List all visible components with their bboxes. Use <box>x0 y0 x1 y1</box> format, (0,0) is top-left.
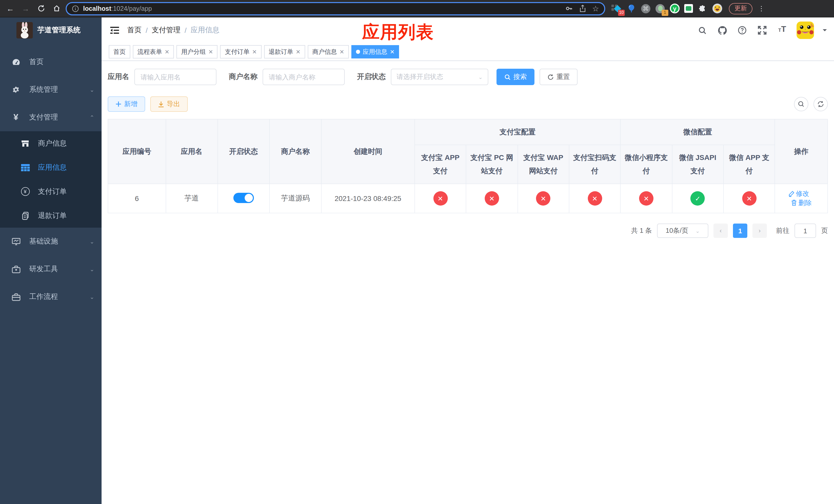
sidebar-item-app-info[interactable]: 应用信息 <box>0 155 102 180</box>
extensions-puzzle-icon[interactable] <box>698 3 708 14</box>
site-info-icon[interactable] <box>72 5 79 12</box>
close-icon[interactable]: ✕ <box>208 48 213 55</box>
breadcrumb: 首页 / 支付管理 / 应用信息 <box>127 26 220 35</box>
merchant-name-label: 商户名称 <box>229 72 258 82</box>
user-avatar[interactable] <box>796 22 814 39</box>
storefront-icon <box>20 139 31 147</box>
status-label: 开启状态 <box>357 72 386 82</box>
sidebar-item-label: 首页 <box>29 58 94 67</box>
profile-avatar-icon[interactable] <box>712 4 722 13</box>
ext-sidebar-icon[interactable]: 10 <box>611 3 622 14</box>
refresh-table-button[interactable] <box>813 97 828 111</box>
breadcrumb-current: 应用信息 <box>191 26 220 35</box>
tab-pay-order[interactable]: 支付订单✕ <box>220 45 261 59</box>
merchant-name-input[interactable] <box>263 69 345 85</box>
table-group-header-row: 应用编号 应用名 开启状态 商户名称 创建时间 支付宝配置 微信配置 操作 <box>108 119 828 144</box>
sidebar-collapse-icon[interactable] <box>109 25 120 36</box>
sidebar-item-payment[interactable]: ¥ 支付管理 ⌃ <box>0 104 102 131</box>
search-button[interactable]: 搜索 <box>497 69 534 85</box>
goto-page-input[interactable] <box>794 224 816 238</box>
sidebar-item-workflow[interactable]: 工作流程 ⌄ <box>0 283 102 311</box>
browser-reload-icon[interactable] <box>35 2 47 15</box>
total-count: 共 1 条 <box>631 226 652 235</box>
close-icon[interactable]: ✕ <box>252 48 257 55</box>
breadcrumb-section[interactable]: 支付管理 <box>152 26 180 35</box>
reset-button[interactable]: 重置 <box>540 69 577 85</box>
sidebar-item-label: 基础设施 <box>29 237 90 246</box>
sidebar-item-label: 工作流程 <box>29 292 90 301</box>
ext-recorder-icon[interactable]: 1 <box>655 3 665 14</box>
col-wechat-app: 微信 APP 支付 <box>723 144 775 184</box>
app-table: 应用编号 应用名 开启状态 商户名称 创建时间 支付宝配置 微信配置 操作 支付… <box>108 119 828 213</box>
monitor-icon <box>10 237 22 246</box>
bookmark-star-icon[interactable]: ☆ <box>592 4 599 13</box>
page-unit-label: 页 <box>821 226 828 235</box>
edit-pencil-icon <box>788 191 794 197</box>
tab-refund-order[interactable]: 退款订单✕ <box>264 45 305 59</box>
password-key-icon[interactable] <box>565 5 573 12</box>
sidebar-item-merchant-info[interactable]: 商户信息 <box>0 131 102 155</box>
ext-y-icon[interactable]: y <box>670 4 680 13</box>
tabs-bar: 首页 流程表单✕ 用户分组✕ 支付订单✕ 退款订单✕ 商户信息✕ 应用信息✕ <box>102 43 834 61</box>
payment-submenu: 商户信息 应用信息 ¥ 支付订单 <box>0 131 102 228</box>
browser-home-icon[interactable] <box>50 2 63 15</box>
ext-chat-icon[interactable] <box>684 4 693 13</box>
sidebar-item-home[interactable]: 首页 <box>0 48 102 76</box>
prev-page-button[interactable]: ‹ <box>714 224 728 238</box>
close-icon[interactable]: ✕ <box>164 48 169 55</box>
chevron-down-icon: ⌄ <box>696 228 700 234</box>
tab-user-group[interactable]: 用户分组✕ <box>176 45 218 59</box>
next-page-button[interactable]: › <box>752 224 767 238</box>
browser-menu-icon[interactable]: ⋮ <box>758 5 765 12</box>
sidebar-item-refund-order[interactable]: 退款订单 <box>0 204 102 228</box>
breadcrumb-home[interactable]: 首页 <box>127 26 141 35</box>
sidebar-item-infra[interactable]: 基础设施 ⌄ <box>0 228 102 255</box>
page-number-button[interactable]: 1 <box>733 224 747 238</box>
download-icon <box>158 101 164 108</box>
fullscreen-icon[interactable] <box>756 25 768 36</box>
edit-button[interactable]: 修改 <box>788 189 809 199</box>
close-icon[interactable]: ✕ <box>390 48 394 55</box>
close-icon[interactable]: ✕ <box>296 48 300 55</box>
close-icon[interactable]: ✕ <box>339 48 344 55</box>
gear-icon <box>10 86 22 94</box>
status-select[interactable]: 请选择开启状态 ⌄ <box>391 69 488 85</box>
app-logo-row[interactable]: 芋道管理系统 <box>0 18 102 43</box>
ext-balloon-icon[interactable] <box>626 3 637 14</box>
ext-command-icon[interactable]: ⌘ <box>641 4 650 13</box>
export-button[interactable]: 导出 <box>150 96 188 112</box>
tab-home[interactable]: 首页 <box>109 45 130 59</box>
sidebar-item-devtools[interactable]: 研发工具 ⌄ <box>0 255 102 283</box>
delete-button[interactable]: 删除 <box>791 199 812 208</box>
chevron-down-icon: ⌄ <box>90 86 94 93</box>
briefcase-icon <box>10 293 22 301</box>
status-toggle[interactable] <box>233 192 254 203</box>
url-text[interactable]: localhost:1024/pay/app <box>83 5 561 12</box>
dashboard-icon <box>10 58 22 66</box>
help-icon[interactable] <box>737 25 748 36</box>
tab-app-info[interactable]: 应用信息✕ <box>351 45 399 59</box>
tab-process-form[interactable]: 流程表单✕ <box>133 45 174 59</box>
page-size-select[interactable]: 10条/页 ⌄ <box>657 224 708 238</box>
cell-status <box>218 184 269 213</box>
github-icon[interactable] <box>717 25 728 36</box>
col-alipay-app: 支付宝 APP 支付 <box>415 144 466 184</box>
show-search-button[interactable] <box>794 97 808 111</box>
avatar-caret-icon[interactable] <box>823 29 827 33</box>
add-button[interactable]: 新增 <box>108 96 145 112</box>
app-name-input[interactable] <box>134 69 216 85</box>
browser-back-icon[interactable]: ← <box>4 2 16 15</box>
search-icon <box>797 100 805 108</box>
header-search-icon[interactable] <box>697 25 708 36</box>
refresh-icon <box>547 74 554 80</box>
sidebar-item-system[interactable]: 系统管理 ⌄ <box>0 76 102 104</box>
browser-update-button[interactable]: 更新 <box>729 3 752 14</box>
share-icon[interactable] <box>579 5 586 12</box>
tab-merchant-info[interactable]: 商户信息✕ <box>308 45 349 59</box>
font-size-icon[interactable]: TT <box>776 25 788 36</box>
status-cross-icon: ✕ <box>742 191 756 206</box>
browser-forward-icon[interactable]: → <box>20 2 32 15</box>
status-cross-icon: ✕ <box>433 191 447 206</box>
address-bar[interactable]: localhost:1024/pay/app ☆ <box>66 2 605 15</box>
sidebar-item-pay-order[interactable]: ¥ 支付订单 <box>0 180 102 204</box>
